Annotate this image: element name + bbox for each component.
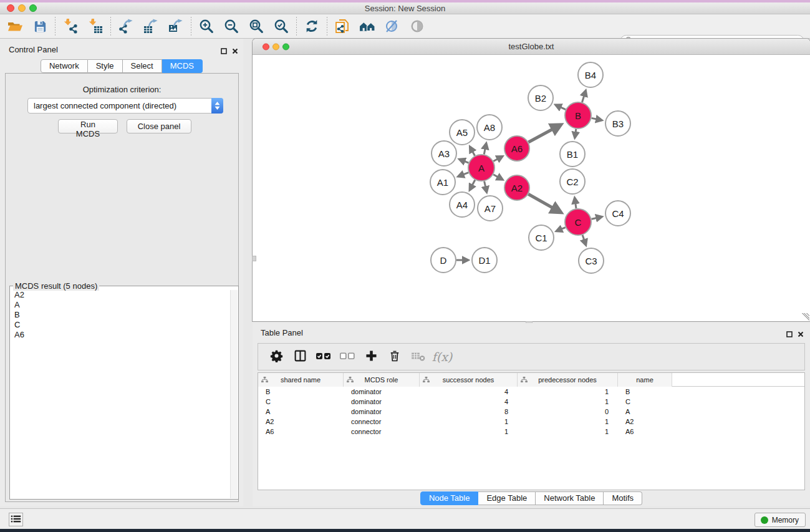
cell-successor_nodes[interactable]: 8 xyxy=(420,407,518,417)
mcds-result-list[interactable]: A2ABCA6 xyxy=(10,290,230,499)
node-D[interactable]: D xyxy=(431,248,456,273)
export-table-button[interactable] xyxy=(138,16,163,37)
edge-A-A1[interactable] xyxy=(458,173,469,177)
table-row[interactable]: Bdominator41B xyxy=(258,387,804,397)
unselect-all-columns-button[interactable] xyxy=(337,346,358,367)
cell-predecessor_nodes[interactable]: 1 xyxy=(518,397,618,407)
node-A2[interactable]: A2 xyxy=(504,175,529,200)
node-A7[interactable]: A7 xyxy=(478,196,503,221)
edge-A-A6[interactable] xyxy=(493,157,503,162)
node-A6[interactable]: A6 xyxy=(504,136,529,161)
column-header-name[interactable]: name xyxy=(618,373,672,387)
function-builder-button[interactable]: f(x) xyxy=(432,346,453,367)
zoom-selected-button[interactable] xyxy=(269,16,294,37)
table-row[interactable]: A2connector11A2 xyxy=(258,417,804,427)
node-A1[interactable]: A1 xyxy=(430,170,455,195)
table-row[interactable]: A6connector11A6 xyxy=(258,427,804,437)
edge-A6-B[interactable] xyxy=(529,125,561,142)
result-scrollbar[interactable] xyxy=(230,290,238,498)
cell-mcds_role[interactable]: connector xyxy=(344,427,420,437)
node-C2[interactable]: C2 xyxy=(560,169,585,194)
show-column-panel-button[interactable] xyxy=(289,346,311,367)
edge-B-B2[interactable] xyxy=(556,105,566,110)
node-B[interactable]: B xyxy=(565,102,591,128)
hide-graphics-details-button[interactable] xyxy=(380,16,405,37)
open-session-button[interactable] xyxy=(2,16,27,37)
node-B3[interactable]: B3 xyxy=(605,111,630,136)
cell-shared_name[interactable]: B xyxy=(258,387,344,397)
edge-C-C1[interactable] xyxy=(556,228,566,231)
node-D1[interactable]: D1 xyxy=(472,248,497,273)
cell-successor_nodes[interactable]: 4 xyxy=(420,397,518,407)
main-titlebar[interactable]: Session: New Session xyxy=(0,2,810,14)
zoom-fit-button[interactable] xyxy=(244,16,269,37)
cell-mcds_role[interactable]: dominator xyxy=(344,407,420,417)
tab-network-table[interactable]: Network Table xyxy=(536,491,604,505)
export-network-button[interactable] xyxy=(113,16,138,37)
node-C3[interactable]: C3 xyxy=(579,248,604,273)
birds-eye-view-button[interactable] xyxy=(405,16,430,37)
node-A[interactable]: A xyxy=(468,155,494,181)
node-C[interactable]: C xyxy=(565,209,591,235)
table-row[interactable]: Adominator80A xyxy=(258,407,804,417)
export-image-button[interactable] xyxy=(163,16,188,37)
network-canvas[interactable]: B4B2BB3B1A5A8A6A3AA1A2C2A4A7CC4C1C3DD1 xyxy=(253,55,809,321)
refresh-layout-button[interactable] xyxy=(299,16,324,37)
column-header-successor_nodes[interactable]: successor nodes xyxy=(420,373,518,387)
tab-select[interactable]: Select xyxy=(123,59,162,73)
home-button[interactable] xyxy=(355,16,380,37)
edge-A-A8[interactable] xyxy=(484,143,486,155)
cell-name[interactable]: A2 xyxy=(618,417,672,427)
close-panel-icon[interactable] xyxy=(232,46,238,57)
canvas-splitter-grip[interactable] xyxy=(252,256,256,261)
run-mcds-button[interactable]: Run MCDS xyxy=(58,119,118,133)
import-table-button[interactable] xyxy=(83,16,108,37)
cell-predecessor_nodes[interactable]: 1 xyxy=(518,417,618,427)
cell-shared_name[interactable]: A xyxy=(258,407,344,417)
memory-button[interactable]: Memory xyxy=(755,513,806,527)
edge-A2-C[interactable] xyxy=(528,194,561,212)
edge-B-B1[interactable] xyxy=(575,129,576,138)
edge-A-A3[interactable] xyxy=(460,159,469,163)
node-A5[interactable]: A5 xyxy=(450,120,475,145)
node-B1[interactable]: B1 xyxy=(560,142,585,167)
cell-predecessor_nodes[interactable]: 1 xyxy=(518,427,618,437)
select-all-columns-button[interactable] xyxy=(313,346,334,367)
node-C1[interactable]: C1 xyxy=(529,225,554,250)
tab-mcds[interactable]: MCDS xyxy=(162,59,203,73)
cell-name[interactable]: B xyxy=(618,387,672,397)
tab-edge-table[interactable]: Edge Table xyxy=(478,491,536,505)
cell-name[interactable]: A xyxy=(618,407,672,417)
clone-network-button[interactable] xyxy=(330,16,355,37)
result-list-item[interactable]: B xyxy=(10,310,230,320)
edge-B-B3[interactable] xyxy=(592,118,602,120)
cell-shared_name[interactable]: C xyxy=(258,397,344,407)
cell-name[interactable]: A6 xyxy=(618,427,672,437)
table-row[interactable]: Cdominator41C xyxy=(258,397,804,407)
node-A8[interactable]: A8 xyxy=(477,115,502,140)
edge-A-A5[interactable] xyxy=(470,147,475,156)
edge-B-B4[interactable] xyxy=(582,90,586,102)
edge-C-C3[interactable] xyxy=(582,235,586,245)
cell-mcds_role[interactable]: dominator xyxy=(344,387,420,397)
edge-A-A2[interactable] xyxy=(493,175,503,180)
tab-motifs[interactable]: Motifs xyxy=(604,491,642,505)
zoom-out-button[interactable] xyxy=(219,16,244,37)
tab-node-table[interactable]: Node Table xyxy=(420,491,479,505)
import-network-button[interactable] xyxy=(58,16,83,37)
tab-network[interactable]: Network xyxy=(41,59,88,73)
node-A4[interactable]: A4 xyxy=(450,192,475,217)
node-C4[interactable]: C4 xyxy=(605,201,630,226)
add-column-button[interactable] xyxy=(360,346,382,367)
criterion-dropdown[interactable]: largest connected component (directed) xyxy=(27,98,223,114)
tab-style[interactable]: Style xyxy=(88,59,123,73)
column-header-predecessor_nodes[interactable]: predecessor nodes xyxy=(518,373,618,387)
close-panel-icon[interactable] xyxy=(798,329,804,340)
network-window-titlebar[interactable]: testGlobe.txt xyxy=(253,39,810,55)
task-history-button[interactable] xyxy=(9,513,23,526)
column-header-mcds_role[interactable]: MCDS role xyxy=(344,373,420,387)
float-panel-icon[interactable] xyxy=(786,329,793,340)
cell-shared_name[interactable]: A2 xyxy=(258,417,344,427)
zoom-in-button[interactable] xyxy=(194,16,219,37)
edge-C-C4[interactable] xyxy=(592,217,602,220)
